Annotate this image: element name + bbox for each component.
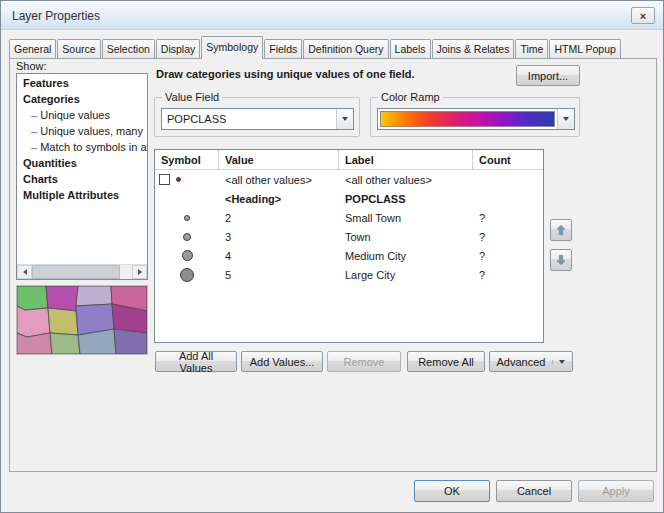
cancel-label: Cancel [517,485,551,497]
tree-item-unique-values[interactable]: Unique values [17,107,147,123]
color-ramp-dropdown-button[interactable] [557,109,574,129]
chevron-down-icon [342,117,348,121]
close-button[interactable]: × [631,7,655,24]
column-header-value: Value [219,150,339,169]
layer-preview-map [16,285,148,355]
add-values-label: Add Values... [250,356,315,368]
value-table-header: SymbolValueLabelCount [155,150,543,170]
value-table-rows: <all other values><all other values><Hea… [155,170,543,284]
import-button-label: Import... [528,70,568,82]
tab-definition-query[interactable]: Definition Query [303,39,388,58]
value-field-dropdown-button[interactable] [336,109,353,129]
value-field-combo[interactable]: POPCLASS [161,108,354,130]
row-value: 3 [219,231,339,243]
row-value: <all other values> [219,174,339,186]
row-count: ? [473,269,543,281]
row-value: 2 [219,212,339,224]
apply-label: Apply [602,485,630,497]
tab-html-popup[interactable]: HTML Popup [549,39,620,58]
row-label: Medium City [339,250,473,262]
row-label: Large City [339,269,473,281]
show-tree-items: FeaturesCategoriesUnique valuesUnique va… [17,75,147,263]
row-value: 4 [219,250,339,262]
tab-joins-relates[interactable]: Joins & Relates [432,39,515,58]
move-up-button[interactable] [550,219,572,241]
tab-bar: GeneralSourceSelectionDisplaySymbologyFi… [9,35,659,59]
symbol-checkbox[interactable] [159,174,170,185]
add-all-values-button[interactable]: Add All Values [155,351,237,372]
close-icon: × [640,10,646,22]
window-title: Layer Properties [12,9,100,23]
row-symbol [155,215,219,221]
point-symbol-icon[interactable] [183,233,191,241]
cancel-button[interactable]: Cancel [496,480,572,502]
scroll-left-button[interactable] [17,265,32,279]
row-label: POPCLASS [339,193,473,205]
row-label: <all other values> [339,174,473,186]
table-row[interactable]: 4Medium City? [155,246,543,265]
column-header-label: Label [339,150,473,169]
table-row[interactable]: <Heading>POPCLASS [155,189,543,208]
move-down-button[interactable] [550,249,572,271]
color-ramp-gradient [380,111,555,127]
layer-properties-dialog: Layer Properties × GeneralSourceSelectio… [0,0,664,513]
row-count: ? [473,250,543,262]
column-header-count: Count [473,150,543,169]
point-symbol-icon[interactable] [176,177,181,182]
value-field-group: Value Field POPCLASS [154,97,360,137]
ok-label: OK [444,485,460,497]
table-row[interactable]: <all other values><all other values> [155,170,543,189]
import-button[interactable]: Import... [516,65,580,86]
tree-item-multiple-attributes[interactable]: Multiple Attributes [17,187,147,203]
instruction-text: Draw categories using unique values of o… [156,68,415,80]
color-ramp-group: Color Ramp [370,97,580,137]
value-field-legend: Value Field [162,91,222,103]
ok-button[interactable]: OK [414,480,490,502]
row-label: Town [339,231,473,243]
row-count: ? [473,231,543,243]
scroll-right-button[interactable] [132,265,147,279]
color-ramp-combo[interactable] [377,108,575,130]
tab-fields[interactable]: Fields [264,39,302,58]
add-values-button[interactable]: Add Values... [241,351,323,372]
tree-item-categories[interactable]: Categories [17,91,147,107]
tree-item-match-to-symbols-in-a[interactable]: Match to symbols in a [17,139,147,155]
remove-button[interactable]: Remove [327,351,401,372]
tab-selection[interactable]: Selection [102,39,155,58]
row-symbol [155,250,219,261]
table-row[interactable]: 5Large City? [155,265,543,284]
tree-item-quantities[interactable]: Quantities [17,155,147,171]
show-tree: FeaturesCategoriesUnique valuesUnique va… [16,73,148,280]
point-symbol-icon[interactable] [184,215,190,221]
map-preview-image [17,286,147,354]
table-row[interactable]: 2Small Town? [155,208,543,227]
color-ramp-legend: Color Ramp [378,91,443,103]
show-label: Show: [16,60,47,72]
remove-all-button[interactable]: Remove All [407,351,485,372]
point-symbol-icon[interactable] [180,268,194,282]
advanced-button[interactable]: Advanced [489,351,573,372]
down-arrow-icon [557,253,565,267]
chevron-down-icon [563,117,569,121]
scrollbar-track[interactable] [120,265,132,279]
tree-item-charts[interactable]: Charts [17,171,147,187]
scrollbar-thumb[interactable] [32,265,120,279]
tab-time[interactable]: Time [515,39,548,58]
titlebar: Layer Properties × [1,1,663,30]
row-symbol [155,174,219,185]
apply-button[interactable]: Apply [578,480,654,502]
tab-labels[interactable]: Labels [390,39,431,58]
point-symbol-icon[interactable] [182,250,193,261]
scroll-left-icon [23,269,27,275]
row-label: Small Town [339,212,473,224]
row-value: <Heading> [219,193,339,205]
tab-display[interactable]: Display [156,39,200,58]
tab-source[interactable]: Source [57,39,100,58]
tab-symbology[interactable]: Symbology [201,36,263,59]
symbology-tab-page: Show: FeaturesCategoriesUnique valuesUni… [9,58,657,472]
tree-item-features[interactable]: Features [17,75,147,91]
tree-hscrollbar[interactable] [17,264,147,279]
tab-general[interactable]: General [9,39,56,58]
table-row[interactable]: 3Town? [155,227,543,246]
tree-item-unique-values-many[interactable]: Unique values, many [17,123,147,139]
